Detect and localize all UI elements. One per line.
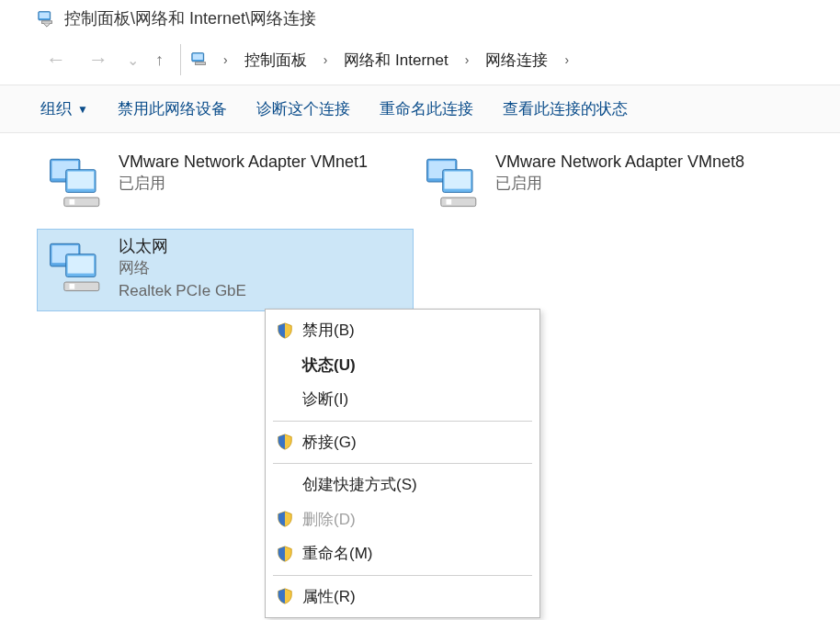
adapter-item-selected[interactable]: 以太网 网络 Realtek PCIe GbE — [37, 229, 414, 311]
svg-rect-1 — [40, 13, 50, 18]
breadcrumb-chevron-icon[interactable]: › — [456, 52, 479, 67]
window-title: 控制面板\网络和 Internet\网络连接 — [64, 7, 316, 29]
ctx-properties[interactable]: 属性(R) — [267, 580, 538, 614]
context-menu: 禁用(B) 状态(U) 诊断(I) 桥接(G) 创建快捷方式(S) 删除(D) … — [265, 309, 540, 618]
adapter-item[interactable]: VMware Network Adapter VMnet8 已启用 — [414, 144, 790, 221]
address-divider — [180, 44, 181, 75]
adapter-name: 以太网 — [119, 235, 407, 257]
command-bar: 组织▼ 禁用此网络设备 诊断这个连接 重命名此连接 查看此连接的状态 — [0, 85, 840, 133]
svg-rect-9 — [68, 172, 95, 189]
window-titlebar: 控制面板\网络和 Internet\网络连接 — [0, 0, 840, 39]
breadcrumb-item[interactable]: 控制面板 — [241, 48, 311, 73]
adapter-status: 网络 — [119, 257, 407, 280]
svg-rect-23 — [70, 284, 75, 289]
breadcrumb-chevron-icon[interactable]: › — [314, 52, 337, 67]
svg-rect-21 — [68, 256, 95, 274]
breadcrumb-item[interactable]: 网络和 Internet — [340, 48, 451, 73]
adapter-name: VMware Network Adapter VMnet1 — [119, 151, 407, 173]
adapter-status: 已启用 — [495, 173, 784, 196]
menu-separator — [273, 575, 532, 576]
shield-icon — [277, 322, 293, 339]
breadcrumb-item[interactable]: 网络连接 — [482, 48, 551, 73]
network-adapter-icon — [420, 151, 490, 213]
organize-menu[interactable]: 组织▼ — [37, 93, 92, 125]
ctx-create-shortcut[interactable]: 创建快捷方式(S) — [267, 468, 538, 502]
ctx-diagnose[interactable]: 诊断(I) — [267, 382, 538, 417]
breadcrumb-chevron-icon[interactable]: › — [555, 52, 578, 67]
disable-device-button[interactable]: 禁用此网络设备 — [114, 93, 231, 125]
breadcrumb-chevron-icon[interactable]: › — [214, 52, 237, 67]
nav-back-button[interactable]: ← — [37, 46, 75, 73]
ctx-status[interactable]: 状态(U) — [267, 348, 538, 383]
navigation-bar: ← → ⌄ ↑ › 控制面板 › 网络和 Internet › 网络连接 › — [0, 39, 840, 85]
svg-rect-2 — [42, 21, 52, 24]
ctx-disable[interactable]: 禁用(B) — [267, 313, 538, 348]
nav-forward-button[interactable]: → — [79, 46, 118, 73]
nav-history-dropdown[interactable]: ⌄ — [121, 51, 144, 69]
menu-separator — [273, 421, 532, 422]
adapters-list: VMware Network Adapter VMnet1 已启用 VMware… — [0, 133, 840, 319]
view-status-button[interactable]: 查看此连接的状态 — [499, 93, 631, 125]
adapter-name: VMware Network Adapter VMnet8 — [495, 151, 784, 173]
shield-icon — [277, 511, 293, 527]
adapter-status: 已启用 — [119, 173, 407, 196]
svg-rect-17 — [447, 199, 452, 205]
network-adapter-icon — [43, 151, 113, 213]
rename-connection-button[interactable]: 重命名此连接 — [376, 93, 477, 125]
network-adapter-icon — [43, 235, 113, 298]
ctx-delete: 删除(D) — [267, 502, 538, 537]
svg-rect-5 — [196, 62, 206, 65]
network-connections-title-icon — [37, 8, 57, 28]
ctx-rename[interactable]: 重命名(M) — [267, 536, 538, 571]
diagnose-connection-button[interactable]: 诊断这个连接 — [253, 93, 354, 125]
shield-icon — [277, 588, 293, 604]
menu-separator — [273, 463, 532, 464]
shield-icon — [277, 546, 293, 562]
svg-rect-11 — [70, 199, 75, 205]
nav-up-button[interactable]: ↑ — [148, 47, 171, 73]
chevron-down-icon: ▼ — [77, 103, 88, 116]
svg-rect-15 — [445, 172, 471, 189]
ctx-bridge[interactable]: 桥接(G) — [267, 425, 538, 460]
adapter-device: Realtek PCIe GbE — [119, 280, 407, 303]
svg-rect-4 — [193, 54, 203, 60]
shield-icon — [277, 434, 293, 450]
adapter-item[interactable]: VMware Network Adapter VMnet1 已启用 — [37, 144, 414, 221]
address-bar-icon[interactable] — [190, 50, 210, 70]
